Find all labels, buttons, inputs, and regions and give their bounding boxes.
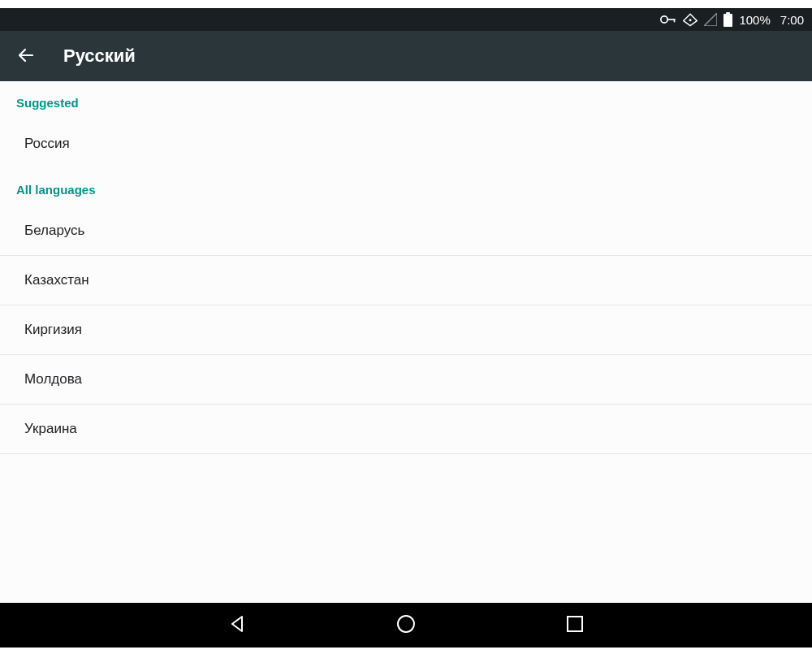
- section-header-all: All languages: [0, 168, 812, 206]
- nav-recent-icon: [566, 615, 584, 635]
- arrow-back-icon: [16, 45, 36, 67]
- back-button[interactable]: [6, 37, 45, 76]
- svg-point-0: [661, 16, 667, 23]
- status-bar: 100% 7:00: [0, 8, 812, 31]
- svg-point-3: [689, 19, 692, 21]
- nav-back-button[interactable]: [218, 606, 257, 645]
- wifi-icon: [683, 12, 698, 27]
- nav-back-icon: [227, 614, 247, 636]
- vpn-key-icon: [660, 15, 676, 24]
- svg-rect-7: [568, 617, 582, 631]
- list-item-kazakhstan[interactable]: Казахстан: [0, 255, 812, 305]
- svg-rect-5: [726, 12, 730, 15]
- nav-home-icon: [395, 613, 417, 637]
- svg-rect-4: [723, 14, 732, 27]
- svg-point-6: [398, 616, 414, 632]
- letterbox-top: [0, 0, 812, 8]
- action-bar: Русский: [0, 31, 812, 81]
- svg-rect-2: [674, 19, 676, 22]
- cell-signal-icon: [704, 13, 717, 26]
- list-item-moldova[interactable]: Молдова: [0, 354, 812, 404]
- list-item-ukraine[interactable]: Украина: [0, 404, 812, 454]
- page-title: Русский: [63, 45, 136, 67]
- battery-percentage: 100%: [739, 13, 770, 27]
- status-clock: 7:00: [780, 13, 804, 27]
- list-item-russia[interactable]: Россия: [0, 119, 812, 168]
- list-item-belarus[interactable]: Беларусь: [0, 206, 812, 255]
- screen-root: 100% 7:00 Русский Suggested Россия All l…: [0, 0, 812, 654]
- nav-home-button[interactable]: [387, 606, 425, 645]
- list-content[interactable]: Suggested Россия All languages Беларусь …: [0, 81, 812, 603]
- battery-icon: [723, 12, 732, 27]
- list-item-kyrgyzstan[interactable]: Киргизия: [0, 305, 812, 354]
- nav-recent-button[interactable]: [555, 606, 594, 645]
- section-header-suggested: Suggested: [0, 81, 812, 119]
- letterbox-bottom: [0, 648, 812, 654]
- navigation-bar: [0, 603, 812, 648]
